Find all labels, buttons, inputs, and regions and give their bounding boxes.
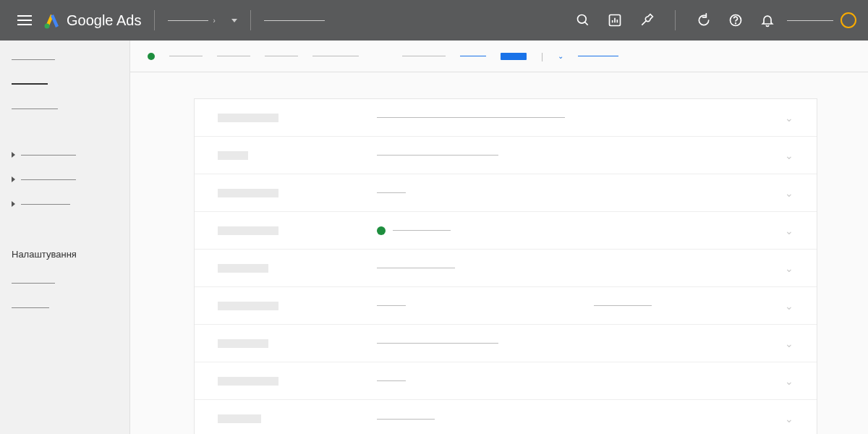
- row-value: [377, 226, 594, 235]
- chevron-down-icon: ⌄: [785, 150, 793, 161]
- settings-row[interactable]: ⌄: [195, 99, 817, 137]
- avatar: [841, 12, 856, 28]
- row-value: [377, 380, 406, 381]
- breadcrumb-segment[interactable]: [312, 56, 359, 56]
- sidebar-item[interactable]: [12, 277, 118, 289]
- header-tools: [575, 10, 775, 30]
- settings-row[interactable]: ⌄: [195, 174, 817, 212]
- chevron-down-icon[interactable]: ⌄: [558, 52, 563, 60]
- campaign-breadcrumb[interactable]: [264, 20, 325, 21]
- row-value: [377, 117, 565, 118]
- row-value: [377, 419, 435, 420]
- app-header: Google Ads ›: [0, 0, 868, 41]
- row-label: [218, 339, 268, 348]
- reports-icon[interactable]: [607, 12, 623, 28]
- row-value: [377, 155, 498, 156]
- active-pill[interactable]: [501, 53, 527, 60]
- search-icon[interactable]: [575, 12, 591, 28]
- notifications-icon[interactable]: [760, 12, 775, 28]
- settings-panel: ⌄⌄⌄⌄⌄⌄⌄⌄⌄: [194, 98, 817, 434]
- main-area: | ⌄ ⌄⌄⌄⌄⌄⌄⌄⌄⌄: [130, 41, 868, 434]
- divider: [250, 10, 251, 30]
- brand-group[interactable]: Google Ads: [43, 12, 141, 29]
- settings-row[interactable]: ⌄: [195, 212, 817, 250]
- row-value: [377, 305, 406, 306]
- chevron-down-icon: ⌄: [785, 112, 793, 124]
- row-label: [218, 377, 278, 386]
- row-label: [218, 264, 268, 273]
- caret-right-icon: [12, 201, 15, 207]
- settings-row[interactable]: ⌄: [195, 325, 817, 362]
- brand-title: Google Ads: [67, 12, 141, 29]
- row-value: [377, 268, 455, 268]
- sidebar-item-expandable[interactable]: [12, 149, 118, 161]
- sidebar-item[interactable]: [12, 54, 118, 65]
- status-indicator-icon: [148, 53, 155, 60]
- row-label: [218, 114, 278, 122]
- status-dot-icon: [377, 226, 386, 235]
- caret-right-icon: [12, 152, 15, 158]
- chevron-down-icon: ⌄: [785, 413, 793, 425]
- settings-row[interactable]: ⌄: [195, 137, 817, 174]
- svg-point-8: [736, 23, 736, 24]
- google-ads-logo-icon: [43, 12, 61, 29]
- chevron-down-icon: ⌄: [785, 225, 793, 237]
- menu-icon[interactable]: [12, 9, 38, 31]
- row-label: [218, 226, 278, 235]
- breadcrumb-segment[interactable]: [265, 56, 298, 56]
- sidebar: Налаштування: [0, 41, 130, 434]
- row-label: [218, 151, 248, 160]
- chevron-down-icon: ⌄: [785, 187, 793, 199]
- row-label: [218, 189, 278, 197]
- chevron-down-icon: ⌄: [785, 375, 793, 387]
- tools-icon[interactable]: [639, 12, 655, 28]
- sidebar-item[interactable]: [12, 302, 118, 313]
- sidebar-item-selected[interactable]: [12, 78, 118, 90]
- help-icon[interactable]: [728, 12, 744, 28]
- account-selector[interactable]: ›: [168, 17, 237, 25]
- row-value: [377, 192, 406, 193]
- sub-header: | ⌄: [130, 41, 868, 72]
- sidebar-item-expandable[interactable]: [12, 174, 118, 185]
- breadcrumb-link[interactable]: [578, 56, 618, 56]
- separator: |: [541, 51, 543, 61]
- refresh-icon[interactable]: [696, 12, 712, 28]
- row-value: [377, 343, 498, 344]
- divider: [675, 10, 676, 30]
- chevron-down-icon: ⌄: [785, 263, 793, 274]
- breadcrumb-segment[interactable]: [169, 56, 203, 56]
- svg-line-2: [585, 22, 588, 25]
- row-label: [218, 414, 261, 423]
- row-value-secondary: [594, 305, 652, 306]
- row-label: [218, 302, 278, 310]
- breadcrumb-segment[interactable]: [217, 56, 250, 56]
- breadcrumb-link[interactable]: [460, 56, 486, 56]
- chevron-right-icon: ›: [213, 17, 215, 25]
- content-scroll[interactable]: ⌄⌄⌄⌄⌄⌄⌄⌄⌄: [130, 72, 868, 434]
- svg-point-1: [578, 15, 587, 24]
- settings-row[interactable]: ⌄: [195, 362, 817, 400]
- sidebar-item[interactable]: [12, 103, 118, 114]
- breadcrumb-segment[interactable]: [402, 56, 446, 56]
- sidebar-item-expandable[interactable]: [12, 198, 118, 210]
- sidebar-item-settings[interactable]: Налаштування: [12, 244, 118, 264]
- dropdown-icon: [231, 19, 237, 22]
- chevron-down-icon: ⌄: [785, 300, 793, 312]
- chevron-down-icon: ⌄: [785, 338, 793, 349]
- settings-row[interactable]: ⌄: [195, 250, 817, 287]
- svg-point-0: [45, 24, 50, 29]
- settings-row[interactable]: ⌄: [195, 287, 817, 325]
- caret-right-icon: [12, 176, 15, 182]
- account-menu[interactable]: [787, 12, 856, 28]
- divider: [154, 10, 155, 30]
- settings-row[interactable]: ⌄: [195, 400, 817, 434]
